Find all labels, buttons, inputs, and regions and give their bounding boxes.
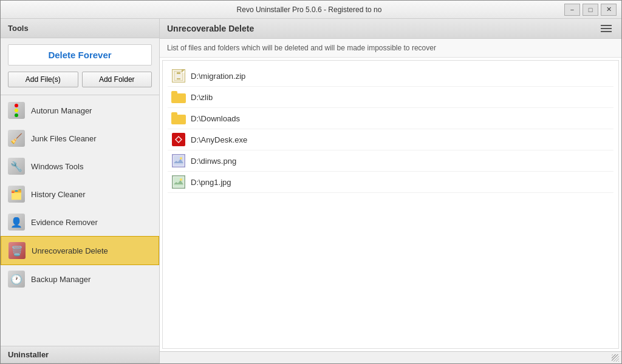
png-file-icon: [171, 153, 186, 168]
files-list: D:\migration.zip D:\zlib: [162, 60, 619, 349]
svg-rect-2: [177, 75, 180, 77]
jpg-file-icon: [171, 175, 186, 189]
autorun-icon: [8, 102, 25, 119]
right-panel: Unrecoverable Delete List of files and f…: [160, 19, 621, 363]
file-name: D:\migration.zip: [191, 72, 245, 81]
junk-files-cleaner-label: Junk Files Cleaner: [31, 134, 97, 143]
svg-rect-10: [174, 177, 183, 187]
file-name: D:\zlib: [191, 93, 213, 102]
zip-file-icon: [171, 69, 186, 83]
minimize-button[interactable]: −: [564, 4, 580, 16]
junk-files-icon: 🧹: [8, 130, 25, 147]
svg-rect-3: [177, 78, 180, 79]
main-window: Revo Uninstaller Pro 5.0.6 - Registered …: [0, 0, 622, 364]
file-name: D:\dinws.png: [191, 157, 236, 166]
windows-tools-icon: 🔧: [8, 158, 25, 175]
unrecoverable-delete-label: Unrecoverable Delete: [32, 246, 108, 255]
sidebar-divider: [1, 95, 159, 95]
file-name: D:\Downloads: [191, 114, 240, 123]
list-item[interactable]: D:\dinws.png: [168, 150, 613, 172]
uninstaller-section-label: Uninstaller: [1, 346, 159, 363]
folder-file-icon: [171, 90, 186, 104]
evidence-remover-icon: 👤: [8, 214, 25, 231]
backup-manager-label: Backup Manager: [31, 275, 91, 284]
panel-menu-icon[interactable]: [598, 24, 614, 33]
evidence-remover-label: Evidence Remover: [31, 218, 98, 227]
resize-grip: [612, 354, 619, 362]
sidebar-item-junk-files-cleaner[interactable]: 🧹 Junk Files Cleaner: [1, 124, 159, 152]
list-item[interactable]: D:\migration.zip: [168, 66, 613, 87]
svg-point-8: [180, 157, 182, 160]
list-item[interactable]: D:\png1.jpg: [168, 172, 613, 193]
panel-description: List of files and folders which will be …: [160, 39, 621, 58]
panel-header: Unrecoverable Delete: [160, 19, 621, 39]
backup-manager-icon: 🕐: [8, 271, 25, 288]
autorun-manager-label: Autorun Manager: [31, 106, 92, 115]
svg-point-11: [180, 178, 182, 181]
svg-rect-1: [177, 72, 180, 74]
status-bar: [160, 351, 621, 363]
windows-tools-label: Windows Tools: [31, 162, 83, 171]
sidebar-item-windows-tools[interactable]: 🔧 Windows Tools: [1, 152, 159, 180]
panel-title: Unrecoverable Delete: [167, 24, 254, 33]
sidebar-item-evidence-remover[interactable]: 👤 Evidence Remover: [1, 208, 159, 236]
file-name: D:\png1.jpg: [191, 178, 231, 187]
folder-file-icon2: [171, 111, 186, 126]
list-item[interactable]: D:\zlib: [168, 87, 613, 108]
unrecoverable-delete-icon: 🗑️: [9, 242, 26, 259]
sidebar-header: Tools: [1, 19, 159, 38]
title-bar: Revo Uninstaller Pro 5.0.6 - Registered …: [1, 1, 621, 19]
sidebar-item-unrecoverable-delete[interactable]: 🗑️ Unrecoverable Delete: [1, 236, 159, 265]
sidebar-item-autorun-manager[interactable]: Autorun Manager: [1, 96, 159, 124]
sidebar: Tools Delete Forever Add File(s) Add Fol…: [1, 19, 160, 363]
sidebar-item-history-cleaner[interactable]: 🗂️ History Cleaner: [1, 180, 159, 208]
window-title: Revo Uninstaller Pro 5.0.6 - Registered …: [54, 5, 564, 14]
add-folder-button[interactable]: Add Folder: [82, 72, 152, 87]
maximize-button[interactable]: □: [583, 4, 598, 16]
list-item[interactable]: D:\AnyDesk.exe: [168, 129, 613, 150]
add-files-button[interactable]: Add File(s): [8, 72, 78, 87]
svg-rect-7: [174, 156, 183, 166]
exe-file-icon: [171, 132, 186, 147]
window-controls: − □ ✕: [564, 4, 617, 16]
main-content: Tools Delete Forever Add File(s) Add Fol…: [1, 19, 621, 363]
delete-forever-button[interactable]: Delete Forever: [8, 44, 152, 66]
history-cleaner-icon: 🗂️: [8, 186, 25, 203]
file-name: D:\AnyDesk.exe: [191, 135, 247, 144]
history-cleaner-label: History Cleaner: [31, 190, 86, 199]
close-button[interactable]: ✕: [601, 4, 617, 16]
list-item[interactable]: D:\Downloads: [168, 108, 613, 129]
sidebar-item-backup-manager[interactable]: 🕐 Backup Manager: [1, 265, 159, 293]
file-action-buttons: Add File(s) Add Folder: [1, 72, 159, 93]
